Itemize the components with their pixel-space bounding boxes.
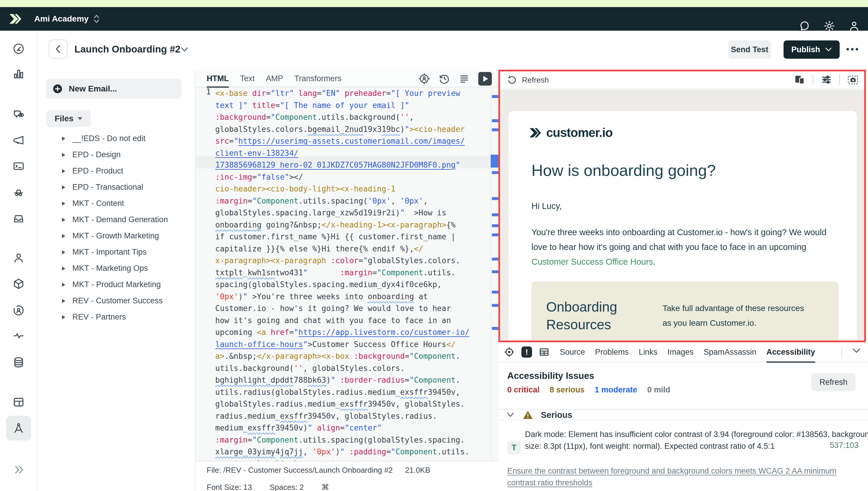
publish-button[interactable]: Publish <box>784 40 840 59</box>
panel-tab-problems[interactable]: Problems <box>595 342 629 362</box>
rail-incognito-item[interactable] <box>6 180 31 204</box>
collapse-panel-icon[interactable] <box>851 348 862 355</box>
file-tree-item[interactable]: EPD - Design <box>62 147 195 163</box>
target-icon[interactable] <box>504 346 515 357</box>
lint-marker[interactable] <box>492 213 498 216</box>
count-moderate: 1 moderate <box>595 385 637 395</box>
spaces-setting[interactable]: Spaces: 2 <box>270 483 304 491</box>
back-button[interactable] <box>49 39 67 58</box>
rail-activity-item[interactable] <box>6 323 31 348</box>
email-heading: How is onboarding going? <box>531 161 716 179</box>
user-icon[interactable] <box>848 20 860 32</box>
tree-expand-icon[interactable] <box>62 153 65 157</box>
file-tree-item[interactable]: MKT - Demand Generation <box>62 211 195 228</box>
issues-badge-icon[interactable]: ! <box>522 346 532 357</box>
customerio-logo-icon[interactable] <box>9 12 22 25</box>
more-menu-button[interactable]: ••• <box>846 44 860 54</box>
tree-expand-icon[interactable] <box>62 315 65 319</box>
accessibility-refresh-button[interactable]: Refresh <box>811 373 856 391</box>
lint-marker[interactable] <box>492 304 498 307</box>
file-tree-item[interactable]: REV - Customer Success <box>62 293 195 309</box>
tree-expand-icon[interactable] <box>62 202 65 206</box>
editor-tab-html[interactable]: HTML <box>207 70 229 87</box>
run-preview-button[interactable] <box>478 72 492 86</box>
rail-expand-item[interactable] <box>6 457 31 482</box>
tree-expand-icon[interactable] <box>62 299 65 303</box>
file-tree-item[interactable]: EPD - Transactional <box>62 179 195 195</box>
rail-inbox-item[interactable] <box>6 206 31 231</box>
rail-data-item[interactable] <box>6 350 31 375</box>
resources-title: Onboarding Resources <box>546 298 617 334</box>
lint-marker[interactable] <box>492 224 498 227</box>
gear-icon[interactable] <box>823 20 836 32</box>
serious-section-header[interactable]: Serious <box>506 406 572 424</box>
rail-broadcasts-item[interactable] <box>6 128 31 153</box>
editor-tab-amp[interactable]: AMP <box>266 70 283 87</box>
code-line: cio-header><cio-body-light><x-heading-1 <box>215 183 484 195</box>
panel-tab-links[interactable]: Links <box>639 342 657 362</box>
rail-segments-item[interactable] <box>6 298 31 323</box>
lint-marker[interactable] <box>492 327 498 330</box>
lint-marker[interactable] <box>492 171 498 174</box>
lint-marker[interactable] <box>492 270 498 273</box>
tree-expand-icon[interactable] <box>62 185 65 190</box>
file-tree-item[interactable]: REV - Partners <box>62 309 195 325</box>
issue-location[interactable]: 537:103 <box>830 441 859 450</box>
file-tree-item[interactable]: __!EDS - Do not edit <box>62 131 195 147</box>
preview-refresh-button[interactable]: Refresh <box>507 75 549 85</box>
file-tree-item[interactable]: MKT - Content <box>62 195 195 211</box>
lint-marker[interactable] <box>492 197 498 200</box>
new-email-button[interactable]: New Email... <box>46 79 181 98</box>
lint-marker[interactable] <box>491 154 498 168</box>
issue-help-link[interactable]: Ensure the contrast between foreground a… <box>507 465 836 489</box>
tree-expand-icon[interactable] <box>62 218 65 222</box>
workspace-sort-icon[interactable] <box>93 14 100 24</box>
tree-expand-icon[interactable] <box>62 250 65 254</box>
lint-marker[interactable] <box>492 119 498 122</box>
rail-people-item[interactable] <box>6 246 31 270</box>
lint-marker[interactable] <box>492 95 498 98</box>
screenshot-icon[interactable] <box>847 74 859 86</box>
panel-tab-accessibility[interactable]: Accessibility <box>766 342 815 362</box>
chat-icon[interactable] <box>798 20 811 32</box>
file-tree-item[interactable]: MKT - Growth Marketing <box>62 228 195 244</box>
file-tree-item[interactable]: MKT - Product Marketing <box>62 277 195 293</box>
tree-expand-icon[interactable] <box>62 266 65 270</box>
email-link[interactable]: Customer Success Office Hours <box>531 257 653 266</box>
rail-objects-item[interactable] <box>6 271 31 296</box>
table-icon[interactable] <box>538 346 550 357</box>
file-tree-item[interactable]: EPD - Product <box>62 163 195 179</box>
rail-dashboards-item[interactable] <box>6 390 31 414</box>
code-content[interactable]: <x-base dir="ltr" lang="EN" preheader="[… <box>215 87 484 470</box>
tree-expand-icon[interactable] <box>62 169 65 173</box>
rail-analytics-item[interactable] <box>6 62 31 86</box>
lint-marker[interactable] <box>492 128 498 131</box>
lint-marker[interactable] <box>492 258 498 261</box>
editor-tab-text[interactable]: Text <box>240 70 255 87</box>
rail-messages-item[interactable] <box>6 102 31 127</box>
file-tree-item[interactable]: MKT - Important Tips <box>62 244 195 260</box>
history-icon[interactable] <box>438 73 451 85</box>
editor-tab-transformers[interactable]: Transformers <box>295 70 342 87</box>
format-lines-icon[interactable] <box>458 73 471 85</box>
lint-marker[interactable] <box>492 291 498 294</box>
panel-tab-source[interactable]: Source <box>560 342 585 362</box>
file-tree-item[interactable]: MKT - Marketing Ops <box>62 260 195 277</box>
font-size-setting[interactable]: Font Size: 13 <box>207 483 252 491</box>
rail-transactional-item[interactable] <box>6 154 31 178</box>
send-test-button[interactable]: Send Test <box>728 40 771 59</box>
panel-tab-spamassassin[interactable]: SpamAssassin <box>704 342 756 362</box>
lint-marker[interactable] <box>492 233 498 236</box>
preview-settings-icon[interactable] <box>820 74 832 86</box>
rail-design-studio-item[interactable] <box>6 416 31 440</box>
tree-expand-icon[interactable] <box>62 283 65 287</box>
audience-preview-icon[interactable] <box>418 73 430 85</box>
rail-dashboard-item[interactable] <box>6 36 31 61</box>
files-dropdown[interactable]: Files <box>46 110 91 127</box>
panel-tab-images[interactable]: Images <box>668 342 694 362</box>
tree-expand-icon[interactable] <box>62 137 65 141</box>
tree-expand-icon[interactable] <box>62 234 65 238</box>
device-toggle-icon[interactable] <box>794 74 806 86</box>
title-dropdown-icon[interactable] <box>180 47 189 54</box>
workspace-selector[interactable]: Ami Academy <box>34 14 89 24</box>
